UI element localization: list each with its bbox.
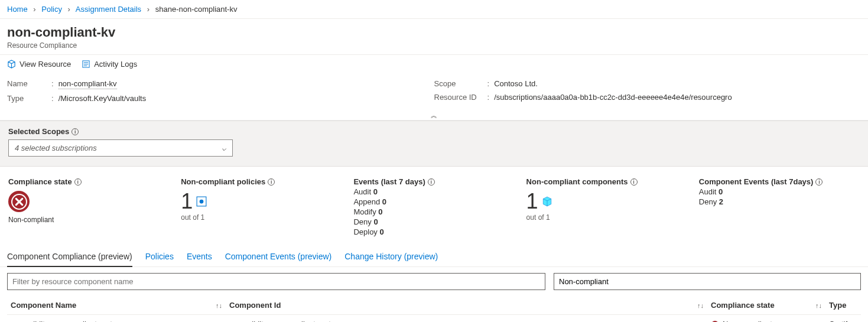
chevron-right-icon: › xyxy=(33,5,35,14)
info-icon[interactable]: i xyxy=(74,178,82,186)
log-icon xyxy=(82,60,90,69)
sort-icon[interactable]: ↑↓ xyxy=(697,302,704,309)
name-value[interactable]: non-compliant-kv xyxy=(58,79,117,89)
page-title: non-compliant-kv xyxy=(7,25,861,40)
cube-icon xyxy=(7,60,16,69)
stat-events: Events (last 7 days)i Audit 0 Append 0 M… xyxy=(353,177,514,238)
noncompliant-components-sub: out of 1 xyxy=(526,213,687,222)
filter-name-input[interactable] xyxy=(7,273,545,290)
table-row[interactable]: maxvalidity-noncompliant-cert maxvalidit… xyxy=(7,315,861,322)
compliance-status-text: Non-compliant xyxy=(8,216,169,224)
tab-events[interactable]: Events xyxy=(187,247,212,266)
chevron-right-icon: › xyxy=(147,5,149,14)
stat-compliance-state: Compliance statei Non-compliant xyxy=(8,177,169,238)
type-label: Type xyxy=(7,94,51,103)
tab-policies[interactable]: Policies xyxy=(145,247,174,266)
resourceid-label: Resource ID xyxy=(434,93,487,102)
row-component-name: maxvalidity-noncompliant-cert xyxy=(11,320,112,322)
scopes-selected-text: 4 selected subscriptions xyxy=(15,144,97,152)
svg-point-6 xyxy=(200,200,204,204)
breadcrumb-assignment-details[interactable]: Assignment Details xyxy=(76,5,141,14)
filter-state-select[interactable] xyxy=(554,273,861,290)
name-label: Name xyxy=(7,79,51,89)
stat-noncompliant-policies: Non-compliant policiesi 1 out of 1 xyxy=(181,177,342,238)
tabs: Component Compliance (preview) Policies … xyxy=(0,247,868,267)
tab-component-compliance[interactable]: Component Compliance (preview) xyxy=(7,247,132,267)
info-icon[interactable]: i xyxy=(428,178,435,186)
scope-label: Scope xyxy=(434,79,487,88)
view-resource-button[interactable]: View Resource xyxy=(7,60,71,69)
breadcrumb: Home › Policy › Assignment Details › sha… xyxy=(0,0,868,19)
stat-component-events: Component Events (last 7days)i Audit 0 D… xyxy=(699,177,860,238)
stat-noncompliant-components: Non-compliant componentsi 1 out of 1 xyxy=(526,177,687,238)
view-resource-label: View Resource xyxy=(19,60,71,69)
row-compliance-state: Non-compliant xyxy=(723,320,772,322)
tab-component-events[interactable]: Component Events (preview) xyxy=(225,247,332,266)
resourceid-value: /subscriptions/aaaa0a0a-bb1b-cc2c-dd3d-e… xyxy=(494,93,732,102)
stats-row: Compliance statei Non-compliant Non-comp… xyxy=(0,167,868,243)
type-value: /Microsoft.KeyVault/vaults xyxy=(58,94,147,103)
chevron-right-icon: › xyxy=(68,5,70,14)
selected-scopes-panel: Selected Scopes i 4 selected subscriptio… xyxy=(0,121,868,167)
row-component-id: maxvalidity-noncompliant-cert xyxy=(229,320,331,322)
policy-icon xyxy=(196,196,207,207)
info-icon[interactable]: i xyxy=(630,178,638,186)
error-badge-icon xyxy=(8,191,30,212)
cube-icon xyxy=(542,196,552,207)
grid-header: Component Name↑↓ Component Id↑↓ Complian… xyxy=(7,296,861,315)
selected-scopes-label: Selected Scopes xyxy=(8,127,69,136)
error-icon xyxy=(711,320,719,323)
components-grid: Component Name↑↓ Component Id↑↓ Complian… xyxy=(0,296,868,322)
header-type[interactable]: Type xyxy=(829,301,846,310)
filters-row xyxy=(0,267,868,296)
page-subtitle: Resource Compliance xyxy=(7,41,861,50)
info-icon[interactable]: i xyxy=(71,128,79,135)
header-component-name[interactable]: Component Name xyxy=(11,301,76,310)
scopes-dropdown[interactable]: 4 selected subscriptions ⌵ xyxy=(8,139,233,157)
scope-value: Contoso Ltd. xyxy=(494,79,538,88)
noncompliant-policies-sub: out of 1 xyxy=(181,213,342,222)
breadcrumb-current: shane-non-compliant-kv xyxy=(155,5,238,14)
toolbar: View Resource Activity Logs xyxy=(0,55,868,73)
row-type: Certif xyxy=(829,320,847,322)
noncompliant-components-value: 1 xyxy=(526,191,538,212)
info-icon[interactable]: i xyxy=(815,178,823,186)
properties-panel: Name : non-compliant-kv Type : /Microsof… xyxy=(0,73,868,111)
info-icon[interactable]: i xyxy=(268,178,275,186)
noncompliant-policies-value: 1 xyxy=(181,191,193,212)
activity-logs-label: Activity Logs xyxy=(94,60,137,69)
breadcrumb-policy[interactable]: Policy xyxy=(41,5,62,14)
page-header: non-compliant-kv Resource Compliance xyxy=(0,19,868,55)
sort-icon[interactable]: ↑↓ xyxy=(815,302,822,309)
tab-change-history[interactable]: Change History (preview) xyxy=(344,247,438,266)
chevron-down-icon: ⌵ xyxy=(222,144,226,152)
header-compliance-state[interactable]: Compliance state xyxy=(711,301,775,310)
activity-logs-button[interactable]: Activity Logs xyxy=(82,60,137,69)
collapse-toggle[interactable]: ︽ xyxy=(0,111,868,121)
header-component-id[interactable]: Component Id xyxy=(229,301,281,310)
breadcrumb-home[interactable]: Home xyxy=(7,5,28,14)
sort-icon[interactable]: ↑↓ xyxy=(216,302,222,309)
